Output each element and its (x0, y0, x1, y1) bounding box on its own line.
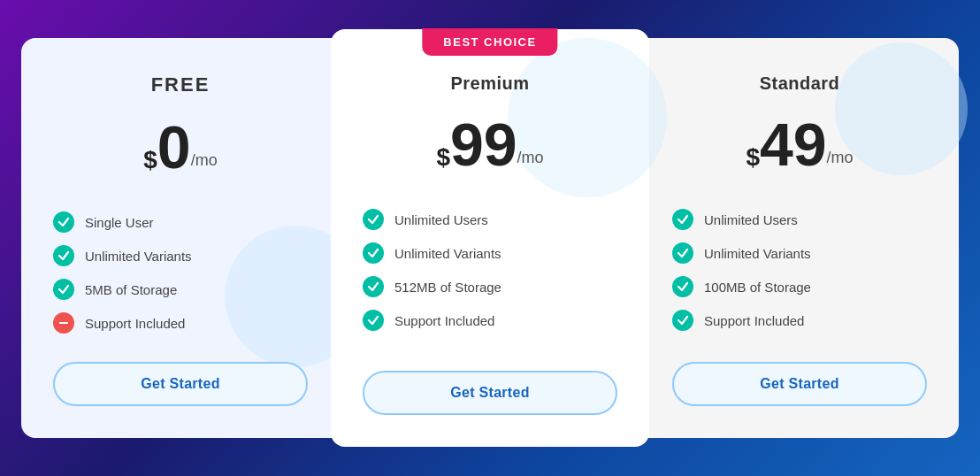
feature-item: Support Included (363, 310, 617, 331)
plan-name-free: FREE (53, 73, 308, 96)
check-icon (53, 245, 74, 266)
minus-icon (53, 312, 74, 334)
feature-item: 100MB of Storage (672, 276, 927, 297)
features-list-free: Single User Unlimited Variants 5MB of St… (53, 211, 308, 334)
features-list-standard: Unlimited Users Unlimited Variants 100MB… (672, 209, 927, 334)
get-started-standard[interactable]: Get Started (672, 362, 927, 406)
feature-text: Unlimited Variants (704, 246, 811, 261)
feature-text: Unlimited Users (394, 212, 488, 227)
check-icon (672, 209, 693, 230)
feature-text: Unlimited Variants (85, 249, 192, 264)
feature-item: Unlimited Variants (363, 242, 617, 264)
plan-card-premium: BEST CHOICE Premium $ 99 /mo Unlimited U… (331, 29, 649, 447)
price-display-free: $ 0 /mo (143, 117, 217, 177)
check-icon (672, 276, 693, 297)
price-period-standard: /mo (827, 149, 854, 167)
check-icon (363, 209, 384, 230)
price-amount-standard: 49 (760, 114, 827, 174)
feature-item: Unlimited Users (363, 209, 617, 230)
price-display-premium: $ 99 /mo (436, 114, 543, 174)
feature-item: 512MB of Storage (363, 276, 617, 297)
check-icon (363, 310, 384, 331)
check-icon (672, 242, 693, 264)
price-amount-premium: 99 (450, 114, 517, 174)
plan-name-standard: Standard (672, 73, 927, 94)
feature-item: Single User (53, 211, 308, 233)
price-amount-free: 0 (157, 117, 191, 177)
check-icon (53, 211, 74, 233)
price-period-premium: /mo (517, 149, 544, 167)
feature-item: 5MB of Storage (53, 279, 308, 300)
price-dollar-premium: $ (436, 145, 450, 170)
feature-item: Support Included (53, 312, 308, 334)
feature-text: Unlimited Users (704, 212, 798, 227)
feature-text: Support Included (394, 313, 494, 328)
feature-item: Unlimited Users (672, 209, 927, 230)
price-dollar-free: $ (143, 148, 157, 173)
plan-name-premium: Premium (363, 73, 617, 94)
feature-text: 512MB of Storage (394, 280, 501, 295)
feature-text: Unlimited Variants (394, 246, 501, 261)
check-icon (672, 310, 693, 331)
feature-text: Single User (85, 215, 154, 230)
check-icon (363, 276, 384, 297)
feature-item: Support Included (672, 310, 927, 331)
feature-item: Unlimited Variants (672, 242, 927, 264)
best-choice-badge: BEST CHOICE (422, 28, 557, 56)
plan-card-free: FREE $ 0 /mo Single User (21, 38, 340, 438)
price-display-standard: $ 49 /mo (746, 114, 853, 174)
features-list-premium: Unlimited Users Unlimited Variants 512MB… (363, 209, 617, 342)
get-started-free[interactable]: Get Started (53, 362, 308, 406)
check-icon (363, 242, 384, 264)
feature-item: Unlimited Variants (53, 245, 308, 266)
price-dollar-standard: $ (746, 145, 760, 170)
plan-card-standard: Standard $ 49 /mo Unlimited Users (640, 38, 959, 438)
price-period-free: /mo (191, 151, 218, 170)
feature-text: 100MB of Storage (704, 280, 811, 295)
feature-text: 5MB of Storage (85, 282, 177, 297)
feature-text: Support Included (85, 316, 185, 331)
feature-text: Support Included (704, 313, 804, 328)
pricing-container: FREE $ 0 /mo Single User (21, 38, 959, 438)
check-icon (53, 279, 74, 300)
get-started-premium[interactable]: Get Started (363, 371, 617, 415)
